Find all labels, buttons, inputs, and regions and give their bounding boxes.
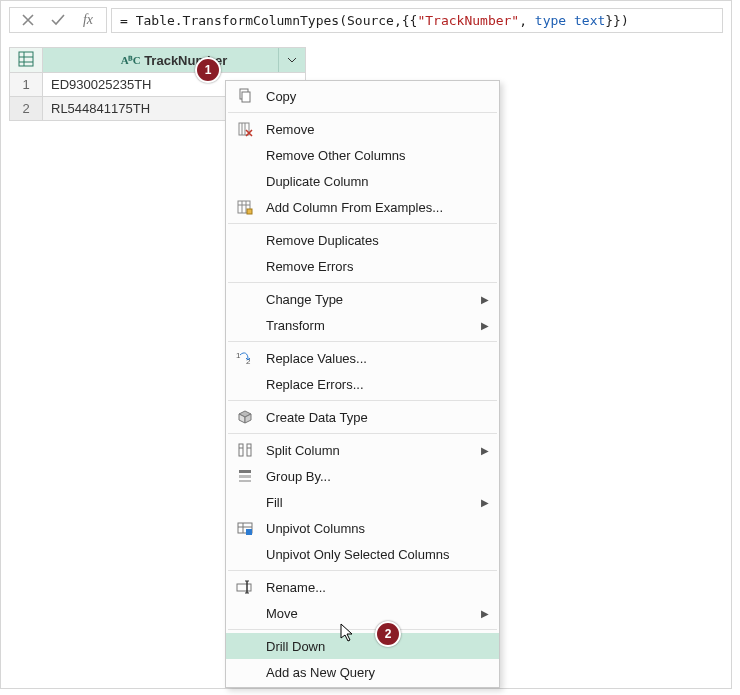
submenu-arrow-icon: ▶ bbox=[479, 497, 489, 508]
remove-column-icon bbox=[234, 120, 256, 138]
svg-rect-13 bbox=[247, 209, 252, 214]
copy-icon bbox=[234, 87, 256, 105]
submenu-arrow-icon: ▶ bbox=[479, 320, 489, 331]
formula-bar-buttons: fx bbox=[9, 7, 107, 33]
svg-rect-27 bbox=[237, 584, 251, 591]
svg-rect-16 bbox=[239, 444, 243, 456]
menu-copy[interactable]: Copy bbox=[226, 83, 499, 109]
menu-separator bbox=[228, 112, 497, 113]
submenu-arrow-icon: ▶ bbox=[479, 445, 489, 456]
menu-replace-values[interactable]: 12 Replace Values... bbox=[226, 345, 499, 371]
menu-unpivot-columns[interactable]: Unpivot Columns bbox=[226, 515, 499, 541]
table-corner[interactable] bbox=[10, 48, 43, 73]
confirm-formula-icon[interactable] bbox=[50, 12, 66, 28]
rename-icon bbox=[234, 578, 256, 596]
svg-rect-5 bbox=[242, 92, 250, 102]
menu-add-as-new-query[interactable]: Add as New Query bbox=[226, 659, 499, 685]
menu-rename[interactable]: Rename... bbox=[226, 574, 499, 600]
menu-separator bbox=[228, 400, 497, 401]
menu-remove-duplicates[interactable]: Remove Duplicates bbox=[226, 227, 499, 253]
formula-bar: fx = Table.TransformColumnTypes(Source,{… bbox=[1, 1, 731, 39]
menu-add-column-from-examples[interactable]: Add Column From Examples... bbox=[226, 194, 499, 220]
svg-rect-17 bbox=[247, 444, 251, 456]
svg-rect-22 bbox=[239, 480, 251, 482]
formula-text: = bbox=[120, 13, 136, 28]
menu-remove-errors[interactable]: Remove Errors bbox=[226, 253, 499, 279]
menu-drill-down[interactable]: Drill Down bbox=[226, 633, 499, 659]
row-header: 2 bbox=[10, 97, 43, 121]
column-header-tracknumber[interactable]: AᴮC TrackNumber bbox=[43, 48, 306, 73]
submenu-arrow-icon: ▶ bbox=[479, 608, 489, 619]
text-type-icon: AᴮC bbox=[121, 54, 140, 67]
menu-fill[interactable]: Fill ▶ bbox=[226, 489, 499, 515]
svg-rect-0 bbox=[19, 52, 33, 66]
menu-transform[interactable]: Transform ▶ bbox=[226, 312, 499, 338]
svg-rect-21 bbox=[239, 475, 251, 478]
unpivot-icon bbox=[234, 519, 256, 537]
svg-text:1: 1 bbox=[236, 351, 241, 360]
menu-separator bbox=[228, 629, 497, 630]
column-context-menu: Copy Remove Remove Other Columns Duplica… bbox=[225, 80, 500, 688]
menu-split-column[interactable]: Split Column ▶ bbox=[226, 437, 499, 463]
data-type-icon bbox=[234, 408, 256, 426]
menu-remove-other-columns[interactable]: Remove Other Columns bbox=[226, 142, 499, 168]
cancel-formula-icon[interactable] bbox=[20, 12, 36, 28]
menu-move[interactable]: Move ▶ bbox=[226, 600, 499, 626]
menu-create-data-type[interactable]: Create Data Type bbox=[226, 404, 499, 430]
submenu-arrow-icon: ▶ bbox=[479, 294, 489, 305]
replace-values-icon: 12 bbox=[234, 349, 256, 367]
table-icon bbox=[18, 51, 34, 67]
menu-duplicate-column[interactable]: Duplicate Column bbox=[226, 168, 499, 194]
menu-separator bbox=[228, 341, 497, 342]
menu-separator bbox=[228, 282, 497, 283]
menu-remove[interactable]: Remove bbox=[226, 116, 499, 142]
menu-replace-errors[interactable]: Replace Errors... bbox=[226, 371, 499, 397]
annotation-badge-1: 1 bbox=[195, 57, 221, 83]
column-filter-button[interactable] bbox=[278, 48, 305, 72]
menu-change-type[interactable]: Change Type ▶ bbox=[226, 286, 499, 312]
menu-group-by[interactable]: Group By... bbox=[226, 463, 499, 489]
group-by-icon bbox=[234, 467, 256, 485]
add-column-icon bbox=[234, 198, 256, 216]
fx-icon[interactable]: fx bbox=[80, 12, 96, 28]
menu-separator bbox=[228, 433, 497, 434]
menu-separator bbox=[228, 223, 497, 224]
svg-rect-26 bbox=[246, 529, 252, 535]
menu-separator bbox=[228, 570, 497, 571]
annotation-badge-2: 2 bbox=[375, 621, 401, 647]
row-header: 1 bbox=[10, 73, 43, 97]
formula-input[interactable]: = Table.TransformColumnTypes(Source,{{"T… bbox=[111, 8, 723, 33]
menu-unpivot-only-selected[interactable]: Unpivot Only Selected Columns bbox=[226, 541, 499, 567]
svg-rect-20 bbox=[239, 470, 251, 473]
split-column-icon bbox=[234, 441, 256, 459]
svg-rect-6 bbox=[239, 123, 249, 135]
